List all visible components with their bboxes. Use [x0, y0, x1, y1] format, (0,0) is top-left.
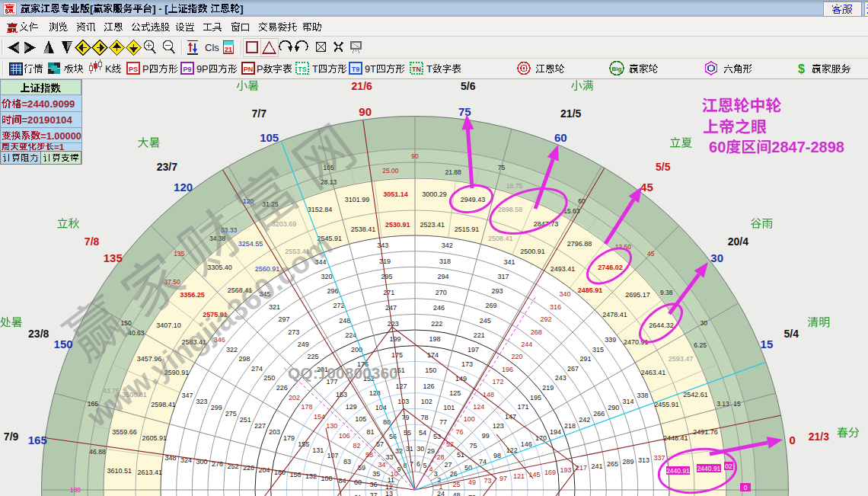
svg-text:18.75: 18.75 [506, 182, 523, 190]
svg-text:322: 322 [226, 346, 238, 354]
svg-text:21: 21 [225, 46, 232, 53]
svg-text:21/5: 21/5 [560, 107, 581, 120]
svg-text:295: 295 [381, 273, 393, 280]
svg-text:247: 247 [385, 304, 397, 312]
svg-text:120: 120 [174, 181, 193, 194]
svg-text:60: 60 [554, 131, 567, 144]
svg-text:2695.17: 2695.17 [625, 291, 650, 299]
svg-text:45: 45 [647, 250, 655, 258]
svg-text:7/9: 7/9 [4, 430, 19, 443]
svg-text:3610.51: 3610.51 [107, 467, 132, 475]
svg-text:337: 337 [653, 454, 665, 462]
svg-text:269: 269 [486, 302, 497, 309]
svg-text:156: 156 [289, 471, 301, 478]
svg-text:78: 78 [421, 414, 429, 421]
svg-text:23/7: 23/7 [157, 161, 177, 173]
svg-text:82: 82 [353, 442, 361, 450]
svg-text:2542.61: 2542.61 [683, 391, 708, 398]
svg-text:3051.14: 3051.14 [383, 190, 408, 198]
svg-text:319: 319 [379, 258, 391, 265]
svg-text:204: 204 [258, 466, 270, 474]
svg-text:2440.91: 2440.91 [697, 465, 721, 472]
svg-text:121: 121 [513, 472, 525, 480]
svg-text:105: 105 [260, 131, 279, 144]
svg-text:]: ] [240, 3, 243, 14]
svg-text:3.13: 3.13 [716, 400, 729, 408]
svg-text:30: 30 [700, 319, 708, 327]
svg-text:6: 6 [416, 460, 420, 468]
svg-text:28: 28 [436, 453, 444, 461]
svg-text:9P: 9P [196, 63, 209, 75]
svg-text:100: 100 [464, 415, 475, 423]
svg-text:243: 243 [555, 374, 566, 382]
svg-text:T: T [426, 63, 432, 75]
svg-text:3407.10: 3407.10 [156, 322, 181, 329]
svg-text:268: 268 [531, 328, 542, 336]
svg-text:223: 223 [388, 320, 399, 328]
svg-text:266: 266 [593, 410, 605, 418]
svg-text:178: 178 [301, 403, 312, 411]
svg-text:T9: T9 [352, 66, 360, 73]
svg-text:342: 342 [442, 242, 453, 249]
svg-text:297: 297 [279, 315, 290, 323]
svg-text:60: 60 [709, 139, 726, 155]
svg-text:314: 314 [622, 398, 633, 405]
svg-text:=2440.9099: =2440.9099 [21, 98, 75, 110]
svg-text:171: 171 [517, 403, 528, 411]
svg-text:150: 150 [121, 319, 132, 327]
svg-text:77: 77 [439, 418, 447, 426]
svg-text:=1.00000: =1.00000 [40, 130, 81, 142]
svg-text:=20190104: =20190104 [21, 114, 72, 126]
svg-text:9T: 9T [365, 63, 376, 75]
svg-text:75: 75 [469, 442, 477, 450]
svg-text:126: 126 [423, 382, 434, 390]
svg-text:242: 242 [579, 416, 590, 424]
svg-text:81: 81 [366, 428, 374, 436]
svg-text:2605.91: 2605.91 [142, 434, 167, 442]
svg-text:P9: P9 [183, 66, 191, 73]
svg-text:320: 320 [321, 273, 332, 280]
svg-text:51: 51 [457, 451, 464, 459]
svg-text:180: 180 [70, 486, 81, 494]
svg-text:46.88: 46.88 [89, 448, 106, 456]
svg-text:=1: =1 [54, 142, 65, 152]
svg-text:145: 145 [528, 471, 540, 478]
svg-text:21/6: 21/6 [352, 80, 372, 92]
svg-text:106: 106 [339, 432, 350, 440]
svg-text:146: 146 [521, 440, 532, 448]
svg-text:338: 338 [637, 392, 648, 399]
svg-text:323: 323 [196, 398, 208, 405]
svg-text:97: 97 [499, 475, 507, 482]
svg-text:341: 341 [503, 258, 515, 266]
svg-text:251: 251 [240, 416, 251, 424]
svg-text:QQ:100800360: QQ:100800360 [288, 364, 398, 382]
svg-text:2523.41: 2523.41 [420, 221, 445, 229]
svg-text:2796.88: 2796.88 [567, 240, 592, 248]
svg-text:27: 27 [445, 461, 452, 469]
svg-text:218: 218 [564, 422, 576, 430]
svg-text:75: 75 [458, 105, 471, 118]
svg-text:267: 267 [567, 365, 579, 373]
svg-text:28.13: 28.13 [321, 178, 337, 186]
svg-text:2: 2 [437, 476, 441, 484]
svg-text:3: 3 [434, 470, 438, 478]
svg-text:] - [: ] - [ [152, 3, 168, 14]
svg-text:195: 195 [530, 394, 541, 402]
svg-text:347: 347 [181, 392, 193, 399]
svg-text:5/5: 5/5 [656, 161, 671, 173]
svg-text:73: 73 [483, 477, 491, 485]
svg-text:20/4: 20/4 [728, 235, 748, 248]
svg-text:2598.41: 2598.41 [151, 401, 176, 408]
svg-text:90: 90 [359, 105, 372, 118]
svg-text:273: 273 [288, 328, 299, 336]
svg-text:2508.41: 2508.41 [488, 235, 513, 242]
svg-text:99: 99 [482, 432, 490, 440]
svg-text:2593.47: 2593.47 [669, 355, 694, 363]
svg-text:2455.91: 2455.91 [654, 401, 679, 408]
svg-text:150: 150 [54, 338, 73, 350]
svg-text:3000.29: 3000.29 [422, 190, 447, 198]
svg-text:2478.41: 2478.41 [602, 311, 627, 318]
svg-text:102: 102 [421, 398, 432, 405]
svg-text:225: 225 [307, 353, 318, 360]
svg-text:298: 298 [238, 355, 250, 363]
